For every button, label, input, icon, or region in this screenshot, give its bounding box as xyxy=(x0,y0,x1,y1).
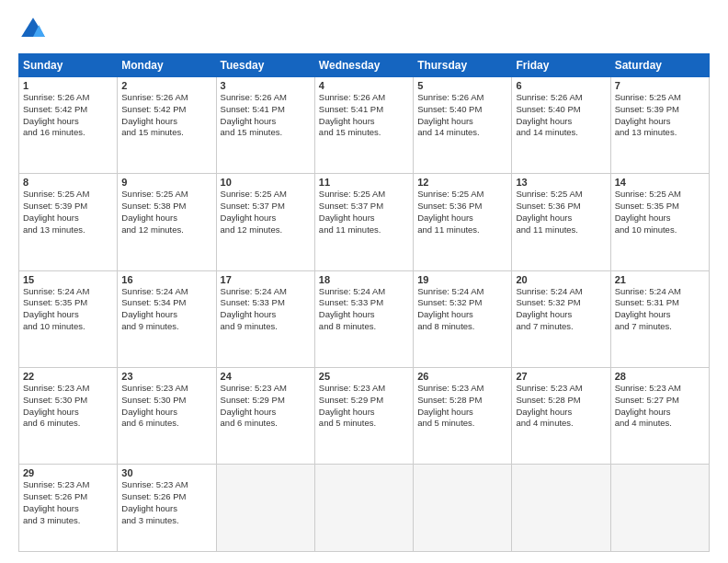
day-info: Sunrise: 5:24 AMSunset: 5:35 PMDaylight … xyxy=(23,286,113,333)
day-info: Sunrise: 5:25 AMSunset: 5:39 PMDaylight … xyxy=(23,189,113,236)
calendar-cell xyxy=(414,465,512,552)
calendar-cell: 2Sunrise: 5:26 AMSunset: 5:42 PMDaylight… xyxy=(118,77,216,174)
day-number: 7 xyxy=(615,80,705,91)
day-info: Sunrise: 5:23 AMSunset: 5:26 PMDaylight … xyxy=(121,479,211,526)
calendar-cell xyxy=(512,465,610,552)
calendar-cell: 16Sunrise: 5:24 AMSunset: 5:34 PMDayligh… xyxy=(118,270,216,367)
calendar-cell: 22Sunrise: 5:23 AMSunset: 5:30 PMDayligh… xyxy=(19,367,118,464)
calendar-cell: 4Sunrise: 5:26 AMSunset: 5:41 PMDaylight… xyxy=(314,77,413,174)
day-info: Sunrise: 5:24 AMSunset: 5:32 PMDaylight … xyxy=(417,286,507,333)
day-info: Sunrise: 5:24 AMSunset: 5:33 PMDaylight … xyxy=(221,286,311,333)
calendar-cell: 7Sunrise: 5:25 AMSunset: 5:39 PMDaylight… xyxy=(610,77,709,174)
calendar-cell: 1Sunrise: 5:26 AMSunset: 5:42 PMDaylight… xyxy=(19,77,118,174)
day-number: 10 xyxy=(221,177,311,188)
calendar-cell: 18Sunrise: 5:24 AMSunset: 5:33 PMDayligh… xyxy=(314,270,413,367)
calendar-cell xyxy=(610,465,709,552)
day-info: Sunrise: 5:23 AMSunset: 5:28 PMDaylight … xyxy=(417,383,507,430)
calendar-cell xyxy=(314,465,413,552)
calendar-cell: 20Sunrise: 5:24 AMSunset: 5:32 PMDayligh… xyxy=(512,270,610,367)
day-number: 5 xyxy=(417,80,507,91)
weekday-header: Thursday xyxy=(414,54,512,77)
calendar-cell: 14Sunrise: 5:25 AMSunset: 5:35 PMDayligh… xyxy=(610,174,709,270)
calendar-cell: 28Sunrise: 5:23 AMSunset: 5:27 PMDayligh… xyxy=(610,367,709,464)
day-number: 25 xyxy=(319,371,409,382)
calendar-cell: 10Sunrise: 5:25 AMSunset: 5:37 PMDayligh… xyxy=(216,174,314,270)
weekday-header: Wednesday xyxy=(314,54,413,77)
day-number: 23 xyxy=(121,371,211,382)
calendar-table: SundayMondayTuesdayWednesdayThursdayFrid… xyxy=(18,53,710,552)
day-number: 11 xyxy=(319,177,409,188)
day-number: 26 xyxy=(417,371,507,382)
calendar-cell: 8Sunrise: 5:25 AMSunset: 5:39 PMDaylight… xyxy=(19,174,118,270)
day-info: Sunrise: 5:24 AMSunset: 5:34 PMDaylight … xyxy=(121,286,211,333)
day-number: 2 xyxy=(121,80,211,91)
calendar-cell: 30Sunrise: 5:23 AMSunset: 5:26 PMDayligh… xyxy=(118,465,216,552)
calendar-cell: 5Sunrise: 5:26 AMSunset: 5:40 PMDaylight… xyxy=(414,77,512,174)
day-number: 19 xyxy=(417,274,507,285)
week-row: 1Sunrise: 5:26 AMSunset: 5:42 PMDaylight… xyxy=(19,77,710,174)
day-number: 3 xyxy=(221,80,311,91)
day-number: 9 xyxy=(121,177,211,188)
day-number: 8 xyxy=(23,177,113,188)
day-number: 4 xyxy=(319,80,409,91)
calendar-cell: 11Sunrise: 5:25 AMSunset: 5:37 PMDayligh… xyxy=(314,174,413,270)
day-info: Sunrise: 5:25 AMSunset: 5:35 PMDaylight … xyxy=(615,189,705,236)
day-number: 28 xyxy=(615,371,705,382)
calendar-cell: 19Sunrise: 5:24 AMSunset: 5:32 PMDayligh… xyxy=(414,270,512,367)
week-row: 8Sunrise: 5:25 AMSunset: 5:39 PMDaylight… xyxy=(19,174,710,270)
day-info: Sunrise: 5:24 AMSunset: 5:33 PMDaylight … xyxy=(319,286,409,333)
calendar-cell: 26Sunrise: 5:23 AMSunset: 5:28 PMDayligh… xyxy=(414,367,512,464)
day-number: 12 xyxy=(417,177,507,188)
weekday-header: Saturday xyxy=(610,54,709,77)
weekday-header: Friday xyxy=(512,54,610,77)
calendar-cell: 13Sunrise: 5:25 AMSunset: 5:36 PMDayligh… xyxy=(512,174,610,270)
day-info: Sunrise: 5:26 AMSunset: 5:42 PMDaylight … xyxy=(121,92,211,139)
day-info: Sunrise: 5:23 AMSunset: 5:30 PMDaylight … xyxy=(121,383,211,430)
day-number: 13 xyxy=(516,177,606,188)
day-info: Sunrise: 5:23 AMSunset: 5:27 PMDaylight … xyxy=(615,383,705,430)
calendar-cell: 6Sunrise: 5:26 AMSunset: 5:40 PMDaylight… xyxy=(512,77,610,174)
calendar-cell: 17Sunrise: 5:24 AMSunset: 5:33 PMDayligh… xyxy=(216,270,314,367)
weekday-header: Sunday xyxy=(19,54,118,77)
weekday-header-row: SundayMondayTuesdayWednesdayThursdayFrid… xyxy=(19,54,710,77)
page: SundayMondayTuesdayWednesdayThursdayFrid… xyxy=(0,0,728,563)
day-info: Sunrise: 5:25 AMSunset: 5:36 PMDaylight … xyxy=(516,189,606,236)
calendar-cell xyxy=(216,465,314,552)
day-info: Sunrise: 5:26 AMSunset: 5:41 PMDaylight … xyxy=(221,92,311,139)
day-info: Sunrise: 5:26 AMSunset: 5:40 PMDaylight … xyxy=(516,92,606,139)
day-info: Sunrise: 5:23 AMSunset: 5:28 PMDaylight … xyxy=(516,383,606,430)
day-info: Sunrise: 5:26 AMSunset: 5:40 PMDaylight … xyxy=(417,92,507,139)
day-number: 18 xyxy=(319,274,409,285)
day-number: 27 xyxy=(516,371,606,382)
day-info: Sunrise: 5:24 AMSunset: 5:32 PMDaylight … xyxy=(516,286,606,333)
day-info: Sunrise: 5:25 AMSunset: 5:38 PMDaylight … xyxy=(121,189,211,236)
day-info: Sunrise: 5:25 AMSunset: 5:37 PMDaylight … xyxy=(221,189,311,236)
calendar-cell: 12Sunrise: 5:25 AMSunset: 5:36 PMDayligh… xyxy=(414,174,512,270)
day-info: Sunrise: 5:23 AMSunset: 5:29 PMDaylight … xyxy=(319,383,409,430)
day-number: 16 xyxy=(121,274,211,285)
day-info: Sunrise: 5:24 AMSunset: 5:31 PMDaylight … xyxy=(615,286,705,333)
day-number: 20 xyxy=(516,274,606,285)
day-info: Sunrise: 5:26 AMSunset: 5:41 PMDaylight … xyxy=(319,92,409,139)
day-info: Sunrise: 5:23 AMSunset: 5:29 PMDaylight … xyxy=(221,383,311,430)
week-row: 15Sunrise: 5:24 AMSunset: 5:35 PMDayligh… xyxy=(19,270,710,367)
day-info: Sunrise: 5:25 AMSunset: 5:37 PMDaylight … xyxy=(319,189,409,236)
header xyxy=(18,15,710,44)
day-number: 6 xyxy=(516,80,606,91)
logo-icon xyxy=(18,15,48,44)
day-number: 21 xyxy=(615,274,705,285)
day-number: 24 xyxy=(221,371,311,382)
day-info: Sunrise: 5:23 AMSunset: 5:26 PMDaylight … xyxy=(23,479,113,526)
day-number: 22 xyxy=(23,371,113,382)
day-info: Sunrise: 5:26 AMSunset: 5:42 PMDaylight … xyxy=(23,92,113,139)
calendar-cell: 25Sunrise: 5:23 AMSunset: 5:29 PMDayligh… xyxy=(314,367,413,464)
day-info: Sunrise: 5:25 AMSunset: 5:36 PMDaylight … xyxy=(417,189,507,236)
calendar-cell: 23Sunrise: 5:23 AMSunset: 5:30 PMDayligh… xyxy=(118,367,216,464)
calendar-cell: 24Sunrise: 5:23 AMSunset: 5:29 PMDayligh… xyxy=(216,367,314,464)
day-number: 15 xyxy=(23,274,113,285)
calendar-cell: 21Sunrise: 5:24 AMSunset: 5:31 PMDayligh… xyxy=(610,270,709,367)
calendar-cell: 9Sunrise: 5:25 AMSunset: 5:38 PMDaylight… xyxy=(118,174,216,270)
week-row: 29Sunrise: 5:23 AMSunset: 5:26 PMDayligh… xyxy=(19,465,710,552)
week-row: 22Sunrise: 5:23 AMSunset: 5:30 PMDayligh… xyxy=(19,367,710,464)
weekday-header: Monday xyxy=(118,54,216,77)
